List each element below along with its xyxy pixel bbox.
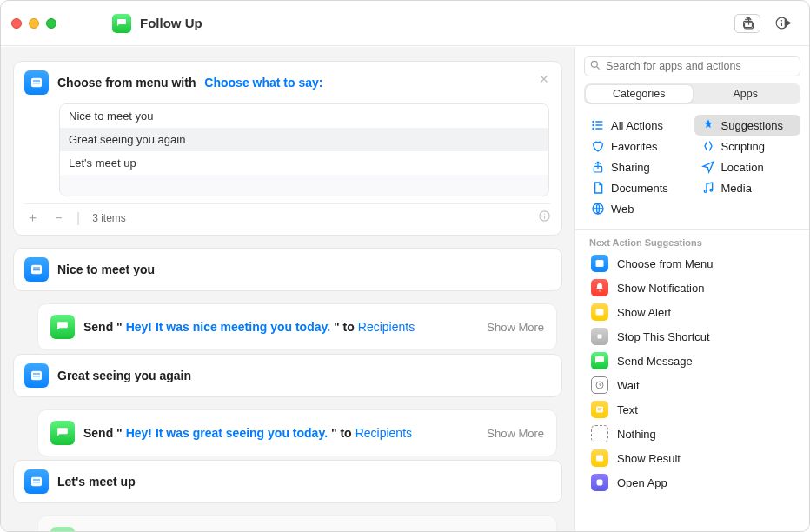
menu-icon [591,255,608,272]
svg-line-22 [597,67,600,70]
svg-rect-41 [597,480,603,486]
case-title: Great seeing you again [57,369,191,382]
category-favorites[interactable]: Favorites [584,136,691,156]
action-send-message[interactable]: Send Message [582,349,802,373]
zoom-window-button[interactable] [46,18,56,29]
choose-from-menu-action[interactable]: ✕ Choose from menu with Choose what to s… [13,61,562,236]
send-label: Send [83,426,113,440]
menu-icon [24,257,49,282]
action-show-notification[interactable]: Show Notification [582,276,802,300]
categories-grid: All Actions Suggestions Favorites Script… [575,111,809,226]
send-message-action[interactable] [37,515,557,531]
category-label: Web [611,203,634,216]
category-sharing[interactable]: Sharing [584,156,691,177]
text-icon [591,401,608,418]
location-icon [701,160,715,174]
search-input[interactable] [584,56,800,76]
menu-option[interactable]: Let's meet up [60,151,548,175]
heart-icon [591,139,605,153]
list-icon [591,118,605,132]
action-choose-from-menu[interactable]: Choose from Menu [582,251,802,276]
messages-icon [50,421,75,445]
menu-case-meetup[interactable]: Let's meet up [13,460,562,503]
case-title: Let's meet up [57,475,136,489]
to-label: to [343,320,355,334]
svg-rect-19 [33,479,40,480]
action-title: Choose from menu with Choose what to say… [57,76,322,90]
remove-action-button[interactable]: ✕ [539,72,549,86]
action-nothing[interactable]: Nothing [582,422,802,446]
message-text-input[interactable]: Hey! It was great seeing you today. [126,426,328,440]
menu-options-list[interactable]: Nice to meet you Great seeing you again … [59,103,549,196]
menu-option-empty[interactable] [60,175,548,196]
action-suggestions-list: Choose from Menu Show Notification Show … [575,251,809,495]
category-label: Favorites [611,140,657,153]
action-stop-shortcut[interactable]: Stop This Shortcut [582,324,802,349]
shortcut-title[interactable]: Follow Up [140,16,202,30]
recipients-token[interactable]: Recipients [355,426,412,440]
info-button[interactable] [769,11,793,36]
menu-case-nice[interactable]: Nice to meet you [13,248,562,291]
remove-option-button[interactable]: － [50,210,66,226]
action-label: Nothing [617,428,656,441]
menu-icon [24,70,49,95]
recipients-token[interactable]: Recipients [358,320,415,334]
menu-prompt-input[interactable]: Choose what to say: [204,76,322,90]
action-wait[interactable]: Wait [582,373,802,397]
category-location[interactable]: Location [694,156,801,177]
svg-rect-13 [33,267,40,268]
share-icon [591,160,605,174]
add-option-button[interactable]: ＋ [24,210,40,226]
media-icon [701,181,715,195]
section-title: Next Action Suggestions [575,230,809,251]
workflow-canvas[interactable]: ✕ Choose from menu with Choose what to s… [1,47,574,531]
svg-point-27 [593,124,594,125]
action-label: Wait [617,379,640,392]
shortcuts-editor-window: Follow Up ✕ Choose fr [0,0,810,532]
action-open-app[interactable]: Open App [582,470,802,495]
svg-rect-37 [596,407,603,413]
action-info-icon[interactable] [538,209,551,226]
action-label: Show Alert [617,306,671,319]
svg-rect-2 [743,21,752,27]
menu-icon [24,363,49,388]
svg-rect-16 [33,373,40,374]
menu-case-great[interactable]: Great seeing you again [13,354,562,397]
category-scripting[interactable]: Scripting [694,136,801,156]
minimize-window-button[interactable] [29,18,39,29]
send-message-action[interactable]: Send " Hey! It was great seeing you toda… [37,409,557,456]
svg-rect-35 [598,335,602,339]
to-label: to [340,426,351,440]
web-icon [591,202,605,216]
action-show-alert[interactable]: Show Alert [582,300,802,324]
library-toggle-button[interactable] [734,14,760,33]
category-documents[interactable]: Documents [584,177,691,198]
action-title-prefix: Choose from menu with [57,76,196,90]
svg-rect-39 [598,410,601,411]
action-header: Choose from menu with Choose what to say… [24,70,551,95]
svg-point-26 [593,121,594,122]
show-more-button[interactable]: Show More [487,427,544,440]
segment-categories[interactable]: Categories [586,85,693,103]
category-suggestions[interactable]: Suggestions [694,115,801,136]
svg-point-21 [591,61,597,67]
category-label: Media [721,182,752,195]
result-icon [591,449,608,467]
segment-apps[interactable]: Apps [693,85,800,103]
svg-rect-20 [33,482,40,482]
action-show-result[interactable]: Show Result [582,446,802,470]
library-segmented-control[interactable]: Categories Apps [584,83,800,104]
action-text[interactable]: Text [582,397,802,422]
alert-icon [591,303,608,321]
send-message-action[interactable]: Send " Hey! It was nice meeting you toda… [37,303,557,350]
category-label: Sharing [611,161,650,174]
category-web[interactable]: Web [584,198,691,219]
show-more-button[interactable]: Show More [487,321,544,334]
message-text-input[interactable]: Hey! It was nice meeting you today. [126,320,330,334]
menu-option[interactable]: Nice to meet you [60,104,548,128]
category-all-actions[interactable]: All Actions [584,115,691,136]
action-label: Show Result [617,452,681,465]
menu-option[interactable]: Great seeing you again [60,128,548,151]
category-media[interactable]: Media [694,177,801,198]
close-window-button[interactable] [11,18,22,29]
